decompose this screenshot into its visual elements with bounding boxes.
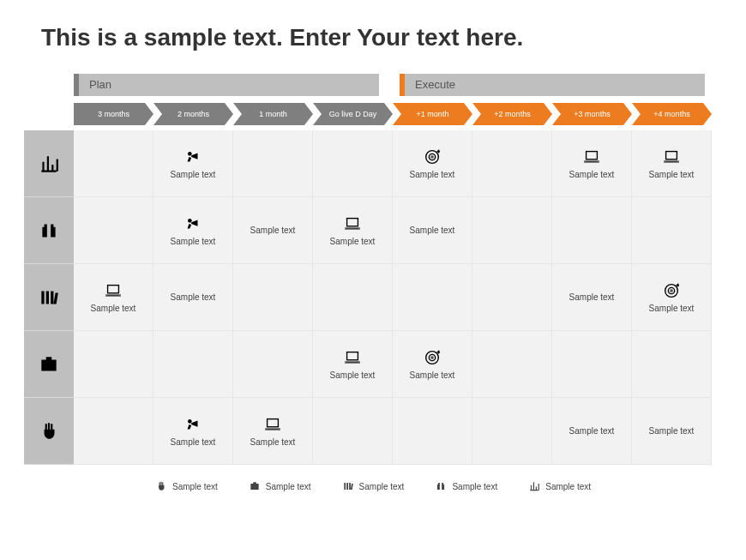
grid-cell xyxy=(153,331,233,398)
target-icon xyxy=(423,348,442,367)
grid-cell xyxy=(233,130,313,197)
timeline-step: 2 months xyxy=(153,103,233,125)
laptop-icon xyxy=(662,148,681,166)
grid-cell: Sample text xyxy=(552,398,632,465)
grid-cell xyxy=(632,197,712,264)
grid-cell xyxy=(233,264,313,331)
grid-cell xyxy=(393,264,472,331)
grid-cell xyxy=(393,398,472,465)
grid-cell xyxy=(74,130,153,197)
timeline-step: +4 months xyxy=(632,103,712,125)
grid-cell xyxy=(233,331,313,398)
grid-cell xyxy=(552,331,632,398)
grid-cell: Sample text xyxy=(632,264,712,331)
phase-plan: Plan xyxy=(74,74,379,96)
execute-label: Execute xyxy=(405,74,705,96)
target-icon xyxy=(662,281,681,300)
row-icon-chart xyxy=(24,130,74,197)
grid-cell: Sample text xyxy=(393,197,472,264)
grid-cell: Sample text xyxy=(393,331,472,398)
grid-cell: Sample text xyxy=(393,130,472,197)
megaphone-icon xyxy=(183,415,202,434)
grid-cell: Sample text xyxy=(153,130,233,197)
grid-cell: Sample text xyxy=(233,197,313,264)
activity-grid: Sample text Sample text Sample text Samp… xyxy=(24,130,746,465)
timeline-step: 1 month xyxy=(233,103,313,125)
megaphone-icon xyxy=(183,214,202,233)
laptop-icon xyxy=(263,415,282,434)
grid-cell: Sample text xyxy=(632,398,712,465)
grid-cell xyxy=(472,130,552,197)
grid-cell xyxy=(552,197,632,264)
target-icon xyxy=(423,148,442,166)
laptop-icon xyxy=(582,148,601,166)
timeline-arrows: 3 months 2 months 1 month Go live D Day … xyxy=(74,103,746,125)
grid-cell: Sample text xyxy=(233,398,313,465)
grid-cell xyxy=(313,264,393,331)
grid-cell: Sample text xyxy=(552,130,632,197)
grid-cell xyxy=(472,264,552,331)
grid-cell xyxy=(472,197,552,264)
grid-cell: Sample text xyxy=(153,197,233,264)
grid-cell: Sample text xyxy=(153,398,233,465)
phase-headers: Plan Execute xyxy=(74,74,746,96)
grid-cell xyxy=(472,398,552,465)
timeline-step: +1 month xyxy=(393,103,472,125)
grid-cell: Sample text xyxy=(632,130,712,197)
legend-chart: Sample text xyxy=(528,480,591,492)
grid-cell xyxy=(632,331,712,398)
legend-binoculars: Sample text xyxy=(435,480,497,492)
legend-briefcase: Sample text xyxy=(249,480,311,492)
plan-label: Plan xyxy=(79,74,379,96)
timeline-step: +2 months xyxy=(472,103,552,125)
laptop-icon xyxy=(343,214,362,233)
timeline-step: 3 months xyxy=(74,103,153,125)
row-icon-books xyxy=(24,264,74,331)
page-title: This is a sample text. Enter Your text h… xyxy=(0,0,746,51)
grid-cell: Sample text xyxy=(313,331,393,398)
timeline-step: Go live D Day xyxy=(313,103,393,125)
megaphone-icon xyxy=(183,148,202,166)
grid-cell: Sample text xyxy=(313,197,393,264)
legend-fist: Sample text xyxy=(155,480,218,492)
grid-cell xyxy=(74,398,153,465)
grid-cell xyxy=(74,331,153,398)
grid-cell xyxy=(74,197,153,264)
grid-cell: Sample text xyxy=(153,264,233,331)
grid-cell xyxy=(313,130,393,197)
laptop-icon xyxy=(104,281,123,300)
legend: Sample text Sample text Sample text Samp… xyxy=(0,480,746,492)
row-icon-briefcase xyxy=(24,331,74,398)
grid-cell: Sample text xyxy=(552,264,632,331)
laptop-icon xyxy=(343,348,362,367)
timeline-step: +3 months xyxy=(552,103,632,125)
legend-books: Sample text xyxy=(342,480,405,492)
grid-cell xyxy=(472,331,552,398)
row-icon-binoculars xyxy=(24,197,74,264)
grid-cell: Sample text xyxy=(74,264,153,331)
row-icon-fist xyxy=(24,398,74,465)
phase-execute: Execute xyxy=(400,74,705,96)
grid-cell xyxy=(313,398,393,465)
